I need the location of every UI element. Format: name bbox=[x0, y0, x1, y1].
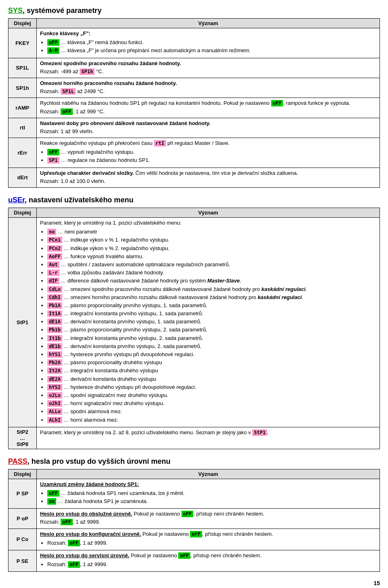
table-row: P SP Uzamknutí změny žádané hodnoty SP1:… bbox=[8, 479, 380, 509]
stp1-value: Parametr, který je umístěný na 1. pozici… bbox=[37, 218, 380, 427]
de1b-tag: dE1b bbox=[47, 343, 62, 350]
stp28-text: Parametr, který je umístěný na 2. až 8. … bbox=[40, 429, 376, 436]
list-item: It2A … integrační konstanta druhého výst… bbox=[47, 367, 376, 374]
am-tag: A-M bbox=[47, 47, 59, 54]
fkey-value: Funkce klávesy „F": oFF … klávesa „F" ne… bbox=[37, 28, 380, 58]
table-row: rtI Nastavení doby pro obnovení dálkově … bbox=[8, 118, 380, 138]
pop-value: Heslo pro vstup do obslužné úrovně. Poku… bbox=[37, 509, 380, 529]
psp-list: oFF … žádaná hodnota SP1 není uzamknuta,… bbox=[47, 489, 376, 507]
pass-section: PASS, hesla pro vstup do vyšších úrovní … bbox=[8, 457, 380, 572]
sp1l-ref-tag: SP1L bbox=[61, 88, 76, 95]
list-item: dE1b … derivační konstanta prvního výstu… bbox=[47, 343, 376, 350]
sp1h-text: Omezení horního pracovního rozsahu žádan… bbox=[40, 80, 376, 87]
table-row: SP1h Omezení horního pracovního rozsahu … bbox=[8, 78, 380, 98]
sys-col-meaning: Význam bbox=[37, 19, 380, 28]
pass-title: PASS, hesla pro vstup do vyšších úrovní … bbox=[8, 457, 380, 466]
list-item: Pb1b … pásmo proporcionality prvního výs… bbox=[47, 326, 376, 333]
it1a-tag: It1A bbox=[47, 310, 62, 317]
list-item: oFF … klávesa „F" nemá žádnou funkci. bbox=[47, 39, 376, 46]
allo-tag: ALLo bbox=[47, 408, 62, 415]
dif-tag: dIF bbox=[47, 278, 59, 284]
dert-text: Upřesňuje charakter derivační složky. Čí… bbox=[40, 170, 376, 177]
fkey-list: oFF … klávesa „F" nemá žádnou funkci. A-… bbox=[47, 38, 376, 56]
off-pop-tag: oFF bbox=[181, 511, 194, 517]
user-col-display: Displej bbox=[8, 208, 37, 218]
sp1h-range: Rozsah: SP1L až 2499 °C. bbox=[40, 88, 376, 95]
list-item: Aut … spuštění / zastavení automatické o… bbox=[47, 261, 376, 268]
alhi-tag: ALhI bbox=[47, 417, 62, 423]
list-item: Rozsah: oFF, 1 až 9999. bbox=[47, 539, 376, 547]
table-row: rErr Reakce regulačního výstupu při přek… bbox=[8, 138, 380, 168]
list-item: oFF … žádaná hodnota SP1 není uzamknuta,… bbox=[47, 490, 376, 497]
list-item: ALLo … spodní alarmová mez. bbox=[47, 408, 376, 415]
sys-col-display: Displej bbox=[8, 19, 37, 28]
pcn2-tag: PCn2 bbox=[47, 245, 62, 252]
off-psp-tag: oFF bbox=[47, 490, 59, 497]
rti-text: Nastavení doby pro obnovení dálkově nast… bbox=[40, 120, 376, 127]
ramp-range: Rozsah: oFF, 1 až 999 °C. bbox=[40, 108, 376, 115]
list-item: dE2A … derivační konstanta druhého výstu… bbox=[47, 376, 376, 383]
pass-table: Displej Význam P SP Uzamknutí změny žáda… bbox=[8, 469, 380, 572]
list-item: dIF … diference dálkově nastavované žáda… bbox=[47, 277, 376, 284]
off-pco-tag2: oFF bbox=[68, 540, 80, 546]
sys-title-colored: SYS bbox=[8, 6, 23, 15]
on-tag: on bbox=[47, 498, 56, 505]
list-item: CdhI … omezení horního pracovního rozsah… bbox=[47, 294, 376, 301]
ramp-label: rAMP bbox=[8, 98, 37, 118]
pb1a-tag: Pb1A bbox=[47, 302, 62, 309]
pse-value: Heslo pro vstup do servisní úrovně. Poku… bbox=[37, 550, 380, 572]
sys-section: SYS, systémové parametry Displej Význam … bbox=[8, 6, 380, 188]
off-tag: oFF bbox=[47, 39, 59, 46]
off-pse-tag: oFF bbox=[178, 552, 190, 559]
cdhi-tag: CdhI bbox=[47, 294, 62, 301]
no-tag: no bbox=[47, 229, 56, 235]
list-item: A-M … klávesa „F" je určena pro přepínán… bbox=[47, 47, 376, 54]
user-section: uSEr, nastavení uživatelského menu Displ… bbox=[8, 196, 380, 449]
list-item: o2Lo … spodní signalizační mez druhého v… bbox=[47, 392, 376, 399]
pco-text: Heslo pro vstup do konfigurační úrovně. … bbox=[40, 531, 376, 538]
ramp-text1: Rychlost náběhu na žádanou hodnotu SP1 p… bbox=[40, 100, 376, 107]
list-item: CdLo … omezení spodního pracovního rozsa… bbox=[47, 286, 376, 293]
pop-text: Heslo pro vstup do obslužné úrovně. Poku… bbox=[40, 510, 376, 518]
lr-tag: L-r bbox=[47, 270, 59, 276]
pb1b-tag: Pb1b bbox=[47, 327, 62, 333]
pass-title-colored: PASS bbox=[8, 457, 27, 465]
rerr-text: Reakce regulačního výstupu při překročen… bbox=[40, 140, 376, 147]
list-item: It1b … integrační konstanta prvního výst… bbox=[47, 335, 376, 342]
sys-table: Displej Význam FKEY Funkce klávesy „F": … bbox=[8, 18, 380, 188]
sp1l-text: Omezení spodního pracovního rozsahu žáda… bbox=[40, 60, 376, 67]
list-item: SP1 … regulace na žádanou hodnotu SP1. bbox=[47, 157, 376, 164]
hys1-tag: hYS1 bbox=[47, 351, 62, 358]
dert-label: dErt bbox=[8, 168, 37, 187]
pse-text: Heslo pro vstup do servisní úrovně. Poku… bbox=[40, 552, 376, 559]
sp1h-label: SP1h bbox=[8, 78, 37, 98]
user-table: Displej Význam StP1 Parametr, který je u… bbox=[8, 208, 380, 449]
table-row: dErt Upřesňuje charakter derivační složk… bbox=[8, 168, 380, 187]
pse-list: Rozsah: oFF, 1 až 9999. bbox=[47, 560, 376, 570]
sp1h-value: Omezení horního pracovního rozsahu žádan… bbox=[37, 78, 380, 98]
table-row: P oP Heslo pro vstup do obslužné úrovně.… bbox=[8, 509, 380, 529]
table-row: P Co Heslo pro vstup do konfigurační úro… bbox=[8, 529, 380, 550]
psp-label: P SP bbox=[8, 479, 37, 509]
hys2-tag: hYS2 bbox=[47, 384, 62, 391]
page-number: 15 bbox=[8, 580, 380, 586]
cdlo-tag: CdLo bbox=[47, 286, 62, 293]
rti-tag: rtI bbox=[154, 140, 166, 146]
pass-col-meaning: Význam bbox=[37, 469, 380, 479]
stp28-value: Parametr, který je umístěný na 2. až 8. … bbox=[37, 427, 380, 449]
list-item: It1A … integrační konstanta prvního výst… bbox=[47, 310, 376, 317]
pco-label: P Co bbox=[8, 529, 37, 550]
list-item: AoFF … funkce vypnutí trvalého alarmu. bbox=[47, 253, 376, 260]
sys-title: SYS, systémové parametry bbox=[8, 6, 380, 15]
stp1-ref-tag: StP1 bbox=[252, 429, 267, 436]
list-item: dE1A … derivační konstanta prvního výstu… bbox=[47, 318, 376, 325]
de1a-tag: dE1A bbox=[47, 318, 62, 325]
aoff-tag: AoFF bbox=[47, 253, 62, 260]
it1b-tag: It1b bbox=[47, 335, 62, 342]
psp-value: Uzamknutí změny žádané hodnoty SP1: oFF … bbox=[37, 479, 380, 509]
user-title-rest: , nastavení uživatelského menu bbox=[25, 196, 133, 204]
de2a-tag: dE2A bbox=[47, 376, 62, 382]
fkey-label: FKEY bbox=[8, 28, 37, 58]
fkey-heading: Funkce klávesy „F": bbox=[40, 30, 91, 36]
pb2a-tag: Pb2A bbox=[47, 359, 62, 366]
